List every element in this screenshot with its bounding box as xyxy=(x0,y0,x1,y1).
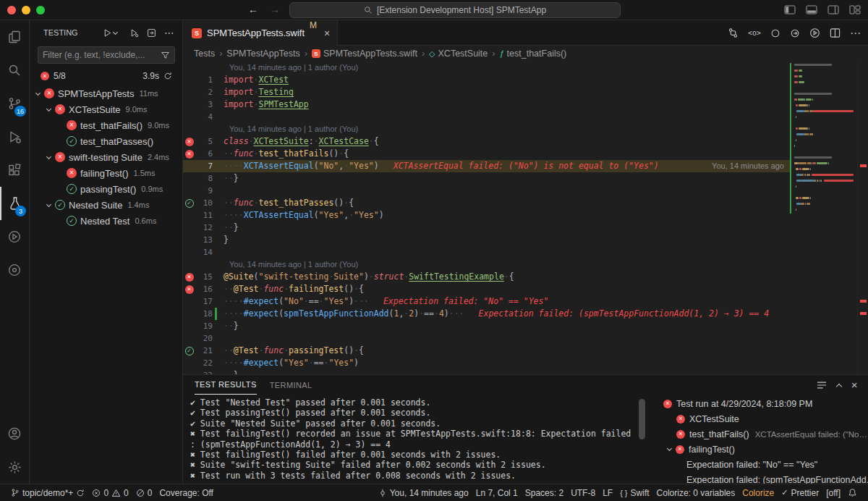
test-tree-item[interactable]: ✓passingTest()0.9ms xyxy=(30,181,182,197)
tab-test-results[interactable]: TEST RESULTS xyxy=(195,375,257,395)
breadcrumb-item[interactable]: ƒtest_thatFails() xyxy=(499,49,566,59)
close-window-button[interactable] xyxy=(7,6,16,14)
maximize-panel-icon[interactable] xyxy=(836,383,842,389)
navigate-forward-button[interactable]: → xyxy=(270,4,280,15)
test-name: Nested Test xyxy=(80,216,129,227)
test-tree-item[interactable]: ✓Nested Test0.6ms xyxy=(30,213,182,229)
zoom-window-button[interactable] xyxy=(36,6,45,14)
output-scrollbar[interactable] xyxy=(639,399,645,439)
colorize-variables-item[interactable]: Colorize: 0 variables xyxy=(653,488,739,498)
run-circle-extension-icon[interactable] xyxy=(0,220,29,253)
test-result-item[interactable]: ×XCTestSuite xyxy=(653,411,868,426)
code-row: 3import·SPMTestApp xyxy=(183,98,790,111)
code-area[interactable]: You, 14 minutes ago | 1 author (You)1imp… xyxy=(183,62,790,374)
testing-icon[interactable]: 3 xyxy=(0,187,29,220)
test-tree-item[interactable]: ×XCTestSuite9.0ms xyxy=(30,101,182,117)
test-filter-input[interactable]: Filter (e.g. text, !exclude,... xyxy=(38,46,175,64)
more-actions-icon[interactable]: ⋯ xyxy=(164,27,175,38)
test-results-output[interactable]: ✔ Test "Nested Test" passed after 0.001 … xyxy=(190,397,639,482)
tab-spmtestapptests-swift[interactable]: S SPMTestAppTests.swift M × xyxy=(183,20,338,46)
notifications-bell-item[interactable] xyxy=(844,488,861,497)
toggle-primary-sidebar-icon[interactable] xyxy=(784,5,796,14)
breadcrumb-label: Tests xyxy=(194,49,215,59)
test-results-tree: ×Test run at 4/29/2024, 8:18:09 PM×XCTes… xyxy=(653,396,868,484)
test-tree-item[interactable]: ×swift-testing Suite2.4ms xyxy=(30,149,182,165)
minimap[interactable] xyxy=(790,62,857,374)
colorize-item[interactable]: Colorize xyxy=(739,488,778,498)
test-tree-item[interactable]: ×failingTest()1.5ms xyxy=(30,165,182,181)
toggle-panel-icon[interactable] xyxy=(806,5,817,14)
test-result-item[interactable]: ×Test run at 4/29/2024, 8:18:09 PM xyxy=(653,396,868,411)
target-extension-icon[interactable] xyxy=(0,253,29,287)
test-name: SPMTestAppTests xyxy=(58,88,135,99)
customize-layout-icon[interactable] xyxy=(849,5,861,14)
gitlens-blame-item[interactable]: You, 14 minutes ago xyxy=(375,488,472,498)
test-tree-item[interactable]: ✓Nested Suite1.4ms xyxy=(30,197,182,213)
tab-terminal[interactable]: TERMINAL xyxy=(270,375,312,395)
breadcrumb-item[interactable]: ◇XCTestSuite xyxy=(429,49,488,59)
debug-tests-button[interactable] xyxy=(129,28,139,38)
run-all-tests-button[interactable] xyxy=(103,28,122,38)
problems-item[interactable]: 0 0 xyxy=(88,488,132,498)
line-number: 11 xyxy=(195,209,213,222)
toggle-secondary-sidebar-icon[interactable] xyxy=(827,5,839,14)
cursor-position-item[interactable]: Ln 7, Col 1 xyxy=(472,488,522,498)
show-test-output-button[interactable] xyxy=(147,28,156,38)
compare-changes-icon[interactable] xyxy=(728,28,739,38)
commit-graph-icon[interactable] xyxy=(770,28,780,38)
git-blame-annotation: You, 14 minutes ago | 1 author (You) xyxy=(183,123,790,135)
test-result-item[interactable]: ×test_thatFails()XCTAssertEqual failed: … xyxy=(653,426,868,442)
filter-funnel-icon[interactable] xyxy=(161,51,170,60)
breadcrumb-item[interactable]: SSPMTestAppTests.swift xyxy=(312,49,417,59)
overview-ruler-scrollbar[interactable] xyxy=(857,62,868,374)
search-sidebar-icon[interactable] xyxy=(0,54,29,87)
minimize-window-button[interactable] xyxy=(22,6,30,14)
breadcrumb-item[interactable]: SPMTestAppTests xyxy=(226,49,299,59)
test-tree-item[interactable]: ✓test_thatPasses() xyxy=(30,133,182,149)
more-editor-actions-icon[interactable]: ⋯ xyxy=(850,27,861,40)
panel-menu-icon[interactable] xyxy=(817,381,827,390)
line-number: 2 xyxy=(195,86,213,98)
refresh-tests-icon[interactable] xyxy=(163,72,172,80)
extensions-icon[interactable] xyxy=(0,153,29,187)
run-tests-in-file-icon[interactable] xyxy=(809,28,820,38)
errors-icon xyxy=(92,489,101,497)
settings-gear-icon[interactable] xyxy=(0,450,29,484)
run-test-gutter-button[interactable]: × xyxy=(183,285,195,294)
run-test-gutter-button[interactable]: × xyxy=(183,273,195,282)
code-row: ×5class·XCTestSuite:·XCTestCase·{ xyxy=(183,135,790,148)
notifications-mode-item[interactable]: [off] xyxy=(822,488,844,498)
encoding-item[interactable]: UTF-8 xyxy=(567,488,599,498)
run-test-gutter-button[interactable]: ✓ xyxy=(183,347,195,355)
eol-item[interactable]: LF xyxy=(599,488,616,498)
test-fail-icon: × xyxy=(185,150,194,159)
test-result-item[interactable]: Expectation failed: (spmTestAppFunctionA… xyxy=(653,472,868,484)
test-result-item[interactable]: Expectation failed: "No" == "Yes" xyxy=(653,457,868,472)
branch-name: topic/demo*+ xyxy=(22,488,73,498)
blocked-count-item[interactable]: 0 xyxy=(132,488,156,498)
coverage-item[interactable]: Coverage: Off xyxy=(156,488,216,498)
run-test-gutter-button[interactable]: × xyxy=(183,150,195,159)
test-result-item[interactable]: ×failingTest() xyxy=(653,442,868,457)
breadcrumb-item[interactable]: Tests xyxy=(194,49,215,59)
explorer-icon[interactable] xyxy=(0,20,29,54)
test-tree-item[interactable]: ×test_thatFails()9.0ms xyxy=(30,117,182,133)
command-center-search[interactable]: [Extension Development Host] SPMTestApp xyxy=(289,2,621,18)
language-mode-item[interactable]: { }Swift xyxy=(616,488,652,498)
run-and-debug-icon[interactable] xyxy=(0,120,29,153)
open-changes-icon[interactable] xyxy=(790,28,800,38)
close-panel-icon[interactable]: × xyxy=(851,379,858,391)
branch-item[interactable]: topic/demo*+ xyxy=(7,488,88,498)
account-icon[interactable] xyxy=(0,417,29,450)
close-tab-icon[interactable]: × xyxy=(324,28,330,39)
prettier-item[interactable]: ✓Prettier xyxy=(778,488,822,498)
source-control-icon[interactable]: 16 xyxy=(0,87,29,120)
navigate-back-button[interactable]: ← xyxy=(248,4,258,15)
split-editor-icon[interactable] xyxy=(830,28,841,38)
line-number: 16 xyxy=(195,283,213,295)
run-test-gutter-button[interactable]: ✓ xyxy=(183,199,195,208)
gitlens-open-changes-icon[interactable]: <o> xyxy=(748,29,761,37)
test-tree-item[interactable]: ×SPMTestAppTests11ms xyxy=(30,85,182,101)
run-test-gutter-button[interactable]: × xyxy=(183,138,195,146)
indentation-item[interactable]: Spaces: 2 xyxy=(522,488,567,498)
